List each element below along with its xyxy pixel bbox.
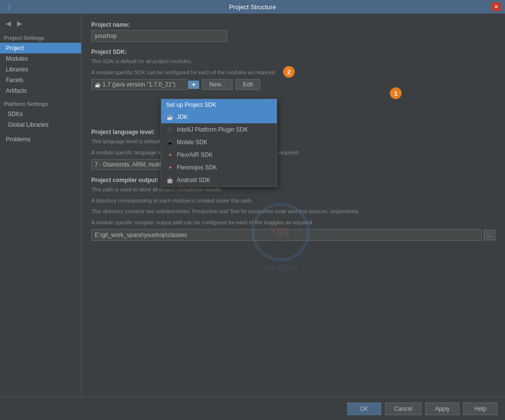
sidebar-item-modules[interactable]: Modules (0, 53, 81, 64)
sidebar-item-libraries[interactable]: Libraries (0, 64, 81, 75)
sidebar-item-problems[interactable]: Problems (0, 134, 81, 145)
watermark-text: 小牛知识库 (264, 264, 298, 273)
sdk-desc1: This SDK is default for all project modu… (91, 57, 495, 66)
project-name-label: Project name: (91, 21, 495, 28)
output-row: ... (91, 229, 495, 241)
content-area: Project name: Project SDK: This SDK is d… (82, 14, 505, 397)
compiler-desc1: This path is used to store all project c… (91, 185, 495, 194)
flex-icon: ✦ (166, 151, 174, 159)
dropdown-item-jdk[interactable]: ☕ JDK (161, 111, 277, 123)
sdk-section-title: Project SDK: (91, 49, 495, 55)
compiler-section-title: Project compiler output: (91, 177, 495, 184)
app-icon: J (4, 2, 14, 12)
intellij-icon: ⬡ (166, 126, 174, 134)
flexmojos-icon: ✦ (166, 164, 174, 171)
dropdown-item-flexmojos[interactable]: ✦ Flexmojos SDK (161, 161, 277, 174)
title-bar: J Project Structure ✕ (0, 0, 505, 14)
footer: OK Cancel Apply Help (0, 397, 505, 420)
sdk-select-wrapper: ☕ 1.7 (java version "1.7.0_21") ▼ (91, 79, 199, 90)
dropdown-item-mobile[interactable]: 📱 Mobile SDK (161, 136, 277, 149)
help-button[interactable]: Help (463, 403, 497, 415)
sdk-row: ☕ 1.7 (java version "1.7.0_21") ▼ New...… (91, 79, 495, 90)
sidebar-item-artifacts[interactable]: Artifacts (0, 85, 81, 96)
platform-settings-label: Platform Settings (0, 96, 81, 109)
close-button[interactable]: ✕ (491, 2, 501, 11)
window-title: Project Structure (14, 3, 491, 11)
dropdown-item-android[interactable]: 🤖 Android SDK (161, 174, 277, 186)
project-name-input[interactable] (91, 30, 227, 42)
new-sdk-button[interactable]: New... (202, 79, 233, 90)
dropdown-item-intellij[interactable]: ⬡ IntelliJ Platform Plugin SDK (161, 123, 277, 136)
compiler-desc2: A directory corresponding to each module… (91, 197, 495, 205)
lang-section-title: Project language level: (91, 129, 495, 135)
browse-button[interactable]: ... (484, 230, 495, 240)
sdk-select-display[interactable]: ☕ 1.7 (java version "1.7.0_21") (91, 79, 188, 90)
dropdown-header: Set up Project SDK (161, 99, 277, 111)
compiler-output-input[interactable] (91, 229, 482, 241)
sidebar-nav: ◀ ▶ (0, 16, 81, 32)
sidebar-item-sdks[interactable]: SDKs (0, 109, 81, 119)
edit-sdk-button[interactable]: Edit (236, 79, 260, 90)
mobile-icon: 📱 (166, 138, 174, 146)
sidebar-item-project[interactable]: Project (0, 43, 81, 53)
sidebar: ◀ ▶ Project Settings Project Modules Lib… (0, 14, 82, 397)
apply-button[interactable]: Apply (425, 403, 459, 415)
sidebar-item-global-libraries[interactable]: Global Libraries (0, 119, 81, 130)
badge-1: 1 (390, 87, 402, 99)
sdk-dropdown-button[interactable]: ▼ (188, 81, 199, 89)
ok-button[interactable]: OK (347, 403, 381, 415)
nav-back-button[interactable]: ◀ (4, 18, 13, 28)
jdk-icon: ☕ (166, 113, 174, 121)
badge-2: 2 (283, 66, 295, 78)
lang-desc2: A module specific language level can be … (91, 149, 495, 157)
compiler-desc3: This directory contains two subdirectori… (91, 207, 495, 216)
android-icon: 🤖 (166, 176, 174, 184)
lang-desc1: This language level is default for all p… (91, 137, 495, 146)
compiler-desc4: A module specific compiler output path c… (91, 218, 495, 227)
sdk-dropdown-menu: Set up Project SDK ☕ JDK ⬡ IntelliJ Plat… (161, 99, 277, 187)
dropdown-item-flex[interactable]: ✦ Flex/AIR SDK (161, 149, 277, 161)
lang-row: 7 - Diamonds, ARM, multi-catch etc. (91, 159, 495, 170)
cancel-button[interactable]: Cancel (385, 403, 421, 415)
project-settings-label: Project Settings (0, 32, 81, 43)
nav-forward-button[interactable]: ▶ (15, 18, 24, 28)
sidebar-item-facets[interactable]: Facets (0, 75, 81, 85)
